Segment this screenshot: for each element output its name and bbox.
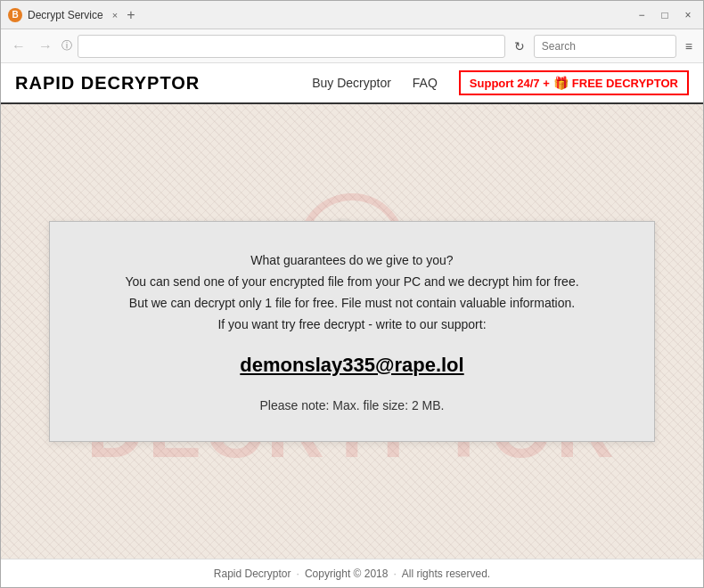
back-button[interactable]: ← <box>8 37 29 56</box>
browser-window: B Decrypt Service × + − □ × ← → ⓘ ↻ ≡ RA… <box>0 0 704 588</box>
support-text: Support 24/7 + <box>470 77 550 90</box>
contact-email[interactable]: demonslay335@rape.lol <box>86 354 618 377</box>
url-input[interactable] <box>78 35 505 58</box>
site-nav: RAPID DECRYPTOR Buy Decryptor FAQ Suppor… <box>1 63 703 104</box>
refresh-button[interactable]: ↻ <box>511 37 528 55</box>
search-input[interactable] <box>534 35 676 58</box>
gift-icon: 🎁 <box>553 76 569 90</box>
nav-support-button[interactable]: Support 24/7 + 🎁 FREE DECRYPTOR <box>459 70 689 95</box>
nav-faq[interactable]: FAQ <box>413 76 438 90</box>
minimize-button[interactable]: − <box>634 7 650 23</box>
forward-button[interactable]: → <box>35 37 56 56</box>
title-bar: B Decrypt Service × + − □ × <box>1 1 703 29</box>
footer-rights: All rights reserved. <box>402 568 490 580</box>
new-tab-button[interactable]: + <box>127 7 135 23</box>
site-logo: RAPID DECRYPTOR <box>15 73 200 94</box>
tab-title: Decrypt Service <box>28 9 103 21</box>
guarantee-line1: What guarantees do we give to you? <box>86 250 618 272</box>
guarantee-line3: But we can decrypt only 1 file for free.… <box>86 293 618 314</box>
guarantee-text: What guarantees do we give to you? You c… <box>86 250 618 335</box>
close-button[interactable]: × <box>680 7 696 23</box>
window-controls: − □ × <box>634 7 696 23</box>
tab-close-button[interactable]: × <box>112 10 118 20</box>
guarantee-line2: You can send one of your encrypted file … <box>86 272 618 293</box>
note-text: Please note: Max. file size: 2 MB. <box>86 398 618 412</box>
footer-brand: Rapid Decryptor <box>214 568 291 580</box>
favicon-letter: B <box>12 10 18 20</box>
guarantee-line4: If you want try free decrypt - write to … <box>86 314 618 336</box>
info-icon: ⓘ <box>61 38 72 53</box>
info-box: What guarantees do we give to you? You c… <box>49 221 655 441</box>
tab-favicon: B <box>8 8 22 22</box>
nav-buy-decryptor[interactable]: Buy Decryptor <box>312 76 391 90</box>
maximize-button[interactable]: □ <box>657 7 673 23</box>
address-bar: ← → ⓘ ↻ ≡ <box>1 29 703 63</box>
site-footer: Rapid Decryptor · Copyright © 2018 · All… <box>1 559 703 587</box>
footer-copyright: Copyright © 2018 <box>305 568 389 580</box>
footer-sep1: · <box>297 568 299 580</box>
free-decryptor-text: FREE DECRYPTOR <box>572 77 678 90</box>
main-area: 🔍 RAPID DECRYPTOR What guarantees do we … <box>1 104 703 559</box>
page-content: RAPID DECRYPTOR Buy Decryptor FAQ Suppor… <box>1 63 703 587</box>
footer-sep2: · <box>393 568 396 580</box>
menu-button[interactable]: ≡ <box>682 37 696 55</box>
